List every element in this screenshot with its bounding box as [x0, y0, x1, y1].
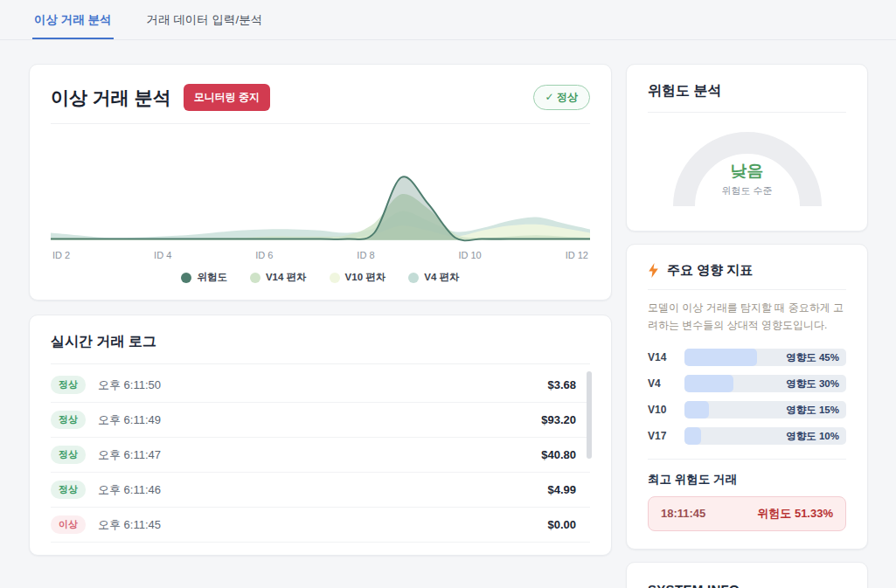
- influence-bar-label: V10: [648, 404, 676, 416]
- log-amount: $4.99: [547, 483, 590, 496]
- status-badge: 정상: [51, 411, 86, 429]
- top-risk-box: 18:11:45 위험도 51.33%: [648, 496, 846, 531]
- influence-header-divider: [648, 289, 846, 290]
- x-tick: ID 10: [458, 250, 481, 260]
- influence-bar-value: 영향도 10%: [786, 427, 839, 445]
- legend-dot-icon: [181, 273, 191, 283]
- log-header-divider: [51, 363, 590, 364]
- chart-legend: 위험도V14 편차V10 편차V4 편차: [51, 271, 590, 284]
- page-title: 이상 거래 분석: [51, 86, 171, 110]
- lightning-bolt-icon: [648, 263, 659, 278]
- stop-monitoring-button[interactable]: 모니터링 중지: [184, 84, 270, 111]
- x-tick: ID 12: [566, 250, 588, 260]
- risk-analysis-card: 위험도 분석 낮음 위험도 수준: [626, 64, 868, 232]
- influence-description: 모델이 이상 거래를 탐지할 때 중요하게 고려하는 변수들의 상대적 영향도입…: [648, 300, 846, 335]
- influence-bar-fill: [684, 427, 701, 445]
- log-amount: $3.68: [547, 378, 590, 391]
- risk-area-chart: [51, 128, 590, 248]
- system-info-title: SYSTEM INFO: [648, 582, 846, 588]
- legend-dot-icon: [408, 273, 419, 283]
- x-tick: ID 2: [52, 250, 70, 260]
- legend-item[interactable]: 위험도: [181, 271, 227, 284]
- legend-label: V4 편차: [424, 271, 459, 284]
- influence-bar-value: 영향도 15%: [786, 401, 839, 419]
- log-time: 오후 6:11:47: [98, 447, 161, 463]
- influence-bar-value: 영향도 45%: [786, 349, 839, 366]
- log-time: 오후 6:11:49: [98, 412, 161, 428]
- influence-bar-row: V10 영향도 15%: [648, 401, 846, 419]
- left-column: 이상 거래 분석 모니터링 중지 ✓ 정상 ID 2 ID 4 ID 6 ID …: [29, 64, 612, 556]
- system-info-card: SYSTEM INFO Model: Random Forest: [626, 562, 868, 588]
- x-tick: ID 8: [357, 250, 374, 260]
- log-list: 정상 오후 6:11:50 $3.68 정상 오후 6:11:49 $93.20…: [51, 368, 590, 543]
- log-amount: $0.00: [547, 518, 590, 531]
- influence-bar-fill: [684, 401, 709, 419]
- influence-bar-track: 영향도 10%: [684, 427, 846, 445]
- influence-bar-track: 영향도 45%: [684, 349, 846, 366]
- influence-bar-track: 영향도 30%: [684, 375, 846, 392]
- x-tick: ID 4: [154, 250, 171, 260]
- risk-level-value: 낮음: [673, 160, 822, 183]
- risk-card-title: 위험도 분석: [648, 82, 846, 100]
- analysis-header: 이상 거래 분석 모니터링 중지 ✓ 정상: [51, 84, 590, 111]
- legend-dot-icon: [250, 273, 260, 283]
- log-row: 정상 오후 6:11:47 $40.80: [51, 438, 590, 473]
- header-divider: [51, 123, 590, 124]
- log-card-title: 실시간 거래 로그: [51, 333, 590, 351]
- risk-level-caption: 위험도 수준: [673, 184, 822, 197]
- status-pill: ✓ 정상: [533, 85, 590, 110]
- chart-x-axis: ID 2 ID 4 ID 6 ID 8 ID 10 ID 12: [51, 248, 590, 260]
- influence-bar-fill: [684, 349, 757, 366]
- legend-dot-icon: [330, 273, 340, 283]
- influence-title: 주요 영향 지표: [667, 262, 753, 279]
- influence-bar-value: 영향도 30%: [786, 375, 839, 392]
- legend-item[interactable]: V4 편차: [408, 271, 459, 284]
- log-row: 정상 오후 6:11:46 $4.99: [51, 473, 590, 508]
- status-badge: 이상: [51, 515, 86, 534]
- influence-bar-fill: [684, 375, 733, 392]
- tab-data-input-analysis[interactable]: 거래 데이터 입력/분석: [145, 0, 265, 39]
- influence-bar-row: V4 영향도 30%: [648, 375, 846, 392]
- legend-item[interactable]: V14 편차: [250, 271, 307, 284]
- legend-label: 위험도: [197, 271, 227, 284]
- tab-bar: 이상 거래 분석 거래 데이터 입력/분석: [0, 0, 896, 40]
- influence-bar-row: V14 영향도 45%: [648, 349, 846, 366]
- status-badge: 정상: [51, 446, 86, 464]
- log-row: 정상 오후 6:11:49 $93.20: [51, 403, 590, 438]
- legend-label: V14 편차: [266, 271, 307, 284]
- status-badge: 정상: [51, 481, 86, 499]
- log-row: 정상 오후 6:11:50 $3.68: [51, 368, 590, 403]
- tab-anomaly-analysis[interactable]: 이상 거래 분석: [32, 0, 114, 39]
- influence-bar-label: V14: [648, 351, 676, 363]
- influence-card: 주요 영향 지표 모델이 이상 거래를 탐지할 때 중요하게 고려하는 변수들의…: [626, 244, 868, 550]
- right-column: 위험도 분석 낮음 위험도 수준 주요 영향 지표 모델이 이상 거래를 탐지할…: [626, 64, 868, 588]
- influence-bar-label: V17: [648, 430, 676, 442]
- risk-header-divider: [648, 112, 846, 113]
- influence-bar-track: 영향도 15%: [684, 401, 846, 419]
- log-time: 오후 6:11:45: [98, 517, 161, 533]
- anomaly-analysis-card: 이상 거래 분석 모니터링 중지 ✓ 정상 ID 2 ID 4 ID 6 ID …: [29, 64, 612, 301]
- influence-bar-label: V4: [648, 377, 676, 390]
- log-scrollbar-thumb[interactable]: [587, 371, 592, 459]
- risk-gauge: 낮음 위험도 수준: [673, 132, 822, 206]
- log-time: 오후 6:11:50: [98, 377, 161, 393]
- status-badge: 정상: [51, 376, 86, 394]
- influence-header: 주요 영향 지표: [648, 262, 846, 279]
- main-content: 이상 거래 분석 모니터링 중지 ✓ 정상 ID 2 ID 4 ID 6 ID …: [0, 40, 896, 588]
- log-time: 오후 6:11:46: [98, 482, 161, 498]
- x-tick: ID 6: [255, 250, 273, 260]
- influence-divider: [648, 459, 846, 460]
- log-amount: $93.20: [541, 413, 590, 426]
- top-risk-title: 최고 위험도 거래: [648, 472, 846, 488]
- realtime-log-card: 실시간 거래 로그 정상 오후 6:11:50 $3.68 정상 오후 6:11…: [29, 315, 612, 556]
- log-amount: $40.80: [541, 448, 590, 461]
- influence-bar-row: V17 영향도 10%: [648, 427, 846, 445]
- log-row: 이상 오후 6:11:45 $0.00: [51, 508, 590, 543]
- top-risk-time: 18:11:45: [661, 507, 705, 520]
- legend-label: V10 편차: [345, 271, 386, 284]
- legend-item[interactable]: V10 편차: [330, 271, 386, 284]
- top-risk-value: 위험도 51.33%: [757, 506, 833, 522]
